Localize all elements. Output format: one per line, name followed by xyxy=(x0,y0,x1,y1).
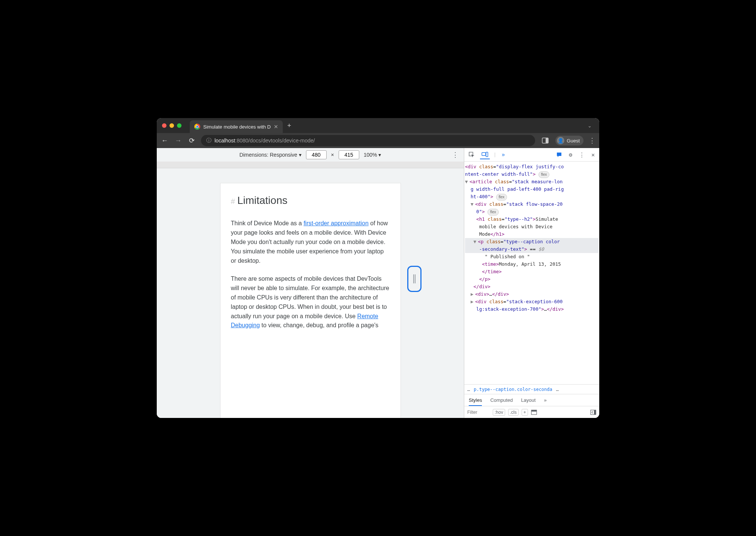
avatar-icon: 👤 xyxy=(557,137,564,144)
page-frame[interactable]: #Limitations Think of Device Mode as a f… xyxy=(220,183,400,418)
styles-toolbar: :hov .cls + xyxy=(464,406,599,418)
cls-toggle[interactable]: .cls xyxy=(508,409,519,416)
more-tabs-icon[interactable]: » xyxy=(500,150,507,160)
close-devtools-icon[interactable]: ✕ xyxy=(590,150,596,160)
url-host: localhost xyxy=(214,138,235,144)
devtools-tabstrip: | » ⚙ ⋮ ✕ xyxy=(464,148,599,162)
computed-panel-icon[interactable] xyxy=(531,410,537,415)
browser-menu-button[interactable]: ⋮ xyxy=(589,136,596,145)
styles-subtabs: Styles Computed Layout » xyxy=(464,394,599,406)
minimize-window-button[interactable] xyxy=(170,123,174,128)
height-input[interactable] xyxy=(339,150,359,159)
address-bar: ← → ⟳ ⓘ localhost:8080/docs/devtools/dev… xyxy=(157,133,599,148)
tab-layout[interactable]: Layout xyxy=(521,397,536,403)
device-toolbar-more-icon[interactable]: ⋮ xyxy=(452,151,459,159)
tabs-chevron-icon[interactable]: ⌄ xyxy=(588,123,592,129)
svg-rect-10 xyxy=(486,152,488,157)
new-style-button[interactable]: + xyxy=(522,409,528,416)
crumb-dots[interactable]: … xyxy=(556,387,559,392)
ruler[interactable] xyxy=(157,162,464,168)
width-input[interactable] xyxy=(306,150,327,159)
device-toggle-icon[interactable] xyxy=(480,150,490,159)
tab-title: Simulate mobile devices with D xyxy=(203,124,271,130)
more-subtabs-icon[interactable]: » xyxy=(544,397,546,403)
new-tab-button[interactable]: + xyxy=(287,122,291,130)
close-tab-button[interactable]: ✕ xyxy=(274,124,278,130)
hov-toggle[interactable]: :hov xyxy=(493,409,505,416)
first-order-link[interactable]: first-order approximation xyxy=(303,220,368,226)
crumb-selected[interactable]: p.type--caption.color-seconda xyxy=(474,387,552,392)
page-heading: #Limitations xyxy=(231,192,390,208)
side-panel-icon[interactable] xyxy=(542,138,549,144)
reload-button[interactable]: ⟳ xyxy=(188,136,196,145)
maximize-window-button[interactable] xyxy=(177,123,182,128)
svg-rect-9 xyxy=(482,153,486,156)
svg-rect-12 xyxy=(531,410,537,412)
devtools-menu-icon[interactable]: ⋮ xyxy=(578,150,586,160)
resize-handle-right[interactable] xyxy=(407,266,422,292)
forward-button[interactable]: → xyxy=(174,137,182,145)
anchor-hash-icon[interactable]: # xyxy=(231,197,235,205)
flex-badge[interactable]: flex xyxy=(488,209,499,216)
paragraph-1: Think of Device Mode as a first-order ap… xyxy=(231,219,390,265)
url-port: :8080 xyxy=(235,138,248,144)
dimensions-dropdown[interactable]: Dimensions: Responsive ▾ xyxy=(240,152,302,158)
chrome-icon xyxy=(194,124,200,130)
devtools-panel: | » ⚙ ⋮ ✕ <div class="display-flex justi… xyxy=(464,148,599,418)
paragraph-2: There are some aspects of mobile devices… xyxy=(231,274,390,330)
traffic-lights xyxy=(162,123,182,128)
crumb-dots[interactable]: … xyxy=(467,387,470,392)
close-window-button[interactable] xyxy=(162,123,166,128)
url-path: /docs/devtools/device-mode/ xyxy=(248,138,315,144)
flex-badge[interactable]: flex xyxy=(496,194,507,201)
back-button[interactable]: ← xyxy=(160,137,169,145)
omnibox[interactable]: ⓘ localhost:8080/docs/devtools/device-mo… xyxy=(201,135,535,146)
content-area: Dimensions: Responsive ▾ × 100% ▾ ⋮ #Lim… xyxy=(157,148,599,418)
inspect-icon[interactable] xyxy=(467,150,476,159)
titlebar: Simulate mobile devices with D ✕ + ⌄ xyxy=(157,118,599,133)
flex-badge[interactable]: flex xyxy=(538,171,550,178)
toggle-sidebar-icon[interactable] xyxy=(590,410,596,415)
styles-filter-input[interactable] xyxy=(467,410,490,415)
simulated-viewport: #Limitations Think of Device Mode as a f… xyxy=(157,168,464,418)
settings-gear-icon[interactable]: ⚙ xyxy=(567,150,574,160)
feedback-icon[interactable] xyxy=(555,150,564,159)
elements-dom-tree[interactable]: <div class="display-flex justify-co nten… xyxy=(464,162,599,384)
svg-rect-14 xyxy=(594,410,596,415)
svg-rect-1 xyxy=(546,138,548,143)
device-toolbar: Dimensions: Responsive ▾ × 100% ▾ ⋮ xyxy=(157,148,464,162)
tab-computed[interactable]: Computed xyxy=(490,397,513,403)
profile-name: Guest xyxy=(567,138,580,144)
breadcrumbs[interactable]: … p.type--caption.color-seconda … xyxy=(464,384,599,394)
browser-window: Simulate mobile devices with D ✕ + ⌄ ← →… xyxy=(157,118,599,418)
tab-styles[interactable]: Styles xyxy=(469,397,482,406)
times-label: × xyxy=(331,152,334,158)
zoom-dropdown[interactable]: 100% ▾ xyxy=(364,152,381,158)
device-viewport-pane: Dimensions: Responsive ▾ × 100% ▾ ⋮ #Lim… xyxy=(157,148,464,418)
site-info-icon[interactable]: ⓘ xyxy=(206,137,212,144)
profile-button[interactable]: 👤 Guest xyxy=(555,136,584,145)
browser-tab[interactable]: Simulate mobile devices with D ✕ xyxy=(190,120,283,133)
